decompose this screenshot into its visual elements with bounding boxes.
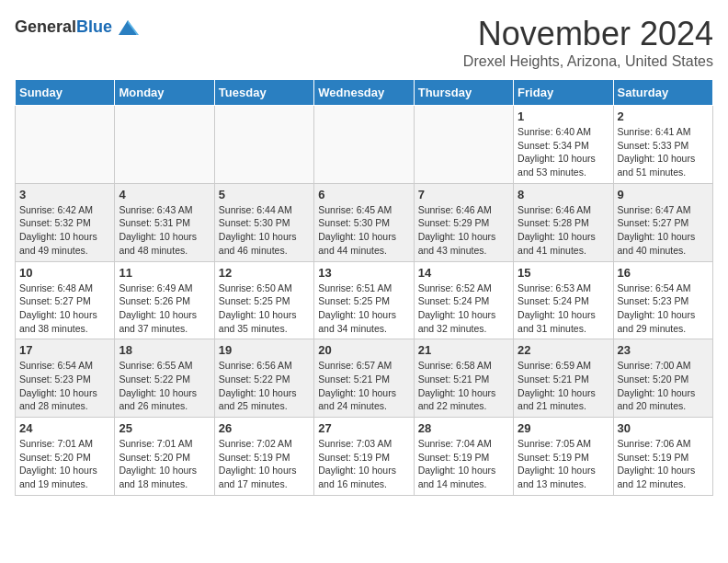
day-number: 28 (418, 421, 509, 435)
day-number: 7 (418, 188, 509, 201)
day-info: Sunrise: 6:43 AMSunset: 5:31 PMDaylight:… (119, 203, 210, 258)
day-info: Sunrise: 6:47 AMSunset: 5:27 PMDaylight:… (618, 203, 709, 258)
day-info: Sunrise: 7:01 AMSunset: 5:20 PMDaylight:… (119, 437, 210, 491)
calendar-cell: 27Sunrise: 7:03 AMSunset: 5:19 PMDayligh… (314, 418, 414, 496)
day-number: 15 (518, 266, 609, 280)
calendar-cell: 1Sunrise: 6:40 AMSunset: 5:34 PMDaylight… (514, 106, 613, 184)
calendar-cell: 13Sunrise: 6:51 AMSunset: 5:25 PMDayligh… (314, 261, 414, 339)
day-number: 23 (618, 343, 709, 357)
week-row-0: 1Sunrise: 6:40 AMSunset: 5:34 PMDaylight… (16, 106, 713, 184)
calendar-cell (214, 106, 313, 184)
day-number: 19 (219, 343, 310, 357)
day-number: 21 (418, 343, 509, 357)
calendar-cell: 28Sunrise: 7:04 AMSunset: 5:19 PMDayligh… (414, 418, 513, 496)
calendar-header-thursday: Thursday (414, 80, 513, 106)
calendar-cell (16, 106, 115, 184)
logo-general-text: General (15, 17, 76, 36)
calendar-cell: 20Sunrise: 6:57 AMSunset: 5:21 PMDayligh… (314, 339, 414, 418)
calendar-cell: 2Sunrise: 6:41 AMSunset: 5:33 PMDaylight… (613, 106, 712, 184)
calendar-cell: 19Sunrise: 6:56 AMSunset: 5:22 PMDayligh… (214, 339, 313, 418)
calendar-cell: 7Sunrise: 6:46 AMSunset: 5:29 PMDaylight… (414, 183, 513, 261)
day-info: Sunrise: 6:40 AMSunset: 5:34 PMDaylight:… (518, 125, 609, 179)
day-number: 8 (518, 188, 609, 201)
day-number: 14 (418, 266, 509, 280)
day-info: Sunrise: 6:41 AMSunset: 5:33 PMDaylight:… (618, 125, 709, 179)
day-number: 2 (618, 109, 709, 123)
day-info: Sunrise: 6:49 AMSunset: 5:26 PMDaylight:… (119, 282, 210, 336)
header-right: November 2024 Drexel Heights, Arizona, U… (463, 15, 713, 70)
day-info: Sunrise: 7:02 AMSunset: 5:19 PMDaylight:… (219, 437, 310, 491)
calendar-header-monday: Monday (115, 80, 214, 106)
week-row-3: 17Sunrise: 6:54 AMSunset: 5:23 PMDayligh… (16, 339, 713, 418)
calendar-cell (115, 106, 214, 184)
calendar-cell: 22Sunrise: 6:59 AMSunset: 5:21 PMDayligh… (514, 339, 613, 418)
day-number: 1 (518, 109, 609, 123)
calendar-cell: 5Sunrise: 6:44 AMSunset: 5:30 PMDaylight… (214, 183, 313, 261)
calendar-cell: 26Sunrise: 7:02 AMSunset: 5:19 PMDayligh… (214, 418, 313, 496)
calendar-cell: 15Sunrise: 6:53 AMSunset: 5:24 PMDayligh… (514, 261, 613, 339)
day-info: Sunrise: 7:06 AMSunset: 5:19 PMDaylight:… (618, 437, 709, 491)
day-info: Sunrise: 6:42 AMSunset: 5:32 PMDaylight:… (19, 203, 110, 258)
logo-blue-text: Blue (76, 17, 112, 36)
calendar-cell: 10Sunrise: 6:48 AMSunset: 5:27 PMDayligh… (16, 261, 115, 339)
calendar-header-friday: Friday (514, 80, 613, 106)
week-row-1: 3Sunrise: 6:42 AMSunset: 5:32 PMDaylight… (16, 183, 713, 261)
calendar-cell: 17Sunrise: 6:54 AMSunset: 5:23 PMDayligh… (16, 339, 115, 418)
day-number: 16 (618, 266, 709, 280)
day-info: Sunrise: 6:58 AMSunset: 5:21 PMDaylight:… (418, 359, 509, 413)
day-info: Sunrise: 6:56 AMSunset: 5:22 PMDaylight:… (219, 359, 310, 413)
calendar-cell (314, 106, 414, 184)
calendar-cell: 25Sunrise: 7:01 AMSunset: 5:20 PMDayligh… (115, 418, 214, 496)
header: GeneralBlue November 2024 Drexel Heights… (15, 15, 713, 70)
logo: GeneralBlue (15, 15, 141, 40)
day-number: 18 (119, 343, 210, 357)
day-info: Sunrise: 6:46 AMSunset: 5:29 PMDaylight:… (418, 203, 509, 258)
calendar-cell: 30Sunrise: 7:06 AMSunset: 5:19 PMDayligh… (613, 418, 712, 496)
calendar-header-saturday: Saturday (613, 80, 712, 106)
calendar-header-tuesday: Tuesday (214, 80, 313, 106)
day-number: 20 (318, 343, 409, 357)
calendar-header-row: SundayMondayTuesdayWednesdayThursdayFrid… (16, 80, 713, 106)
calendar-cell: 18Sunrise: 6:55 AMSunset: 5:22 PMDayligh… (115, 339, 214, 418)
week-row-2: 10Sunrise: 6:48 AMSunset: 5:27 PMDayligh… (16, 261, 713, 339)
calendar: SundayMondayTuesdayWednesdayThursdayFrid… (15, 79, 713, 496)
calendar-header-wednesday: Wednesday (314, 80, 414, 106)
day-number: 3 (19, 188, 110, 201)
calendar-cell: 3Sunrise: 6:42 AMSunset: 5:32 PMDaylight… (16, 183, 115, 261)
calendar-cell (414, 106, 513, 184)
day-number: 5 (219, 188, 310, 201)
day-info: Sunrise: 7:00 AMSunset: 5:20 PMDaylight:… (618, 359, 709, 413)
day-number: 25 (119, 421, 210, 435)
day-number: 9 (618, 188, 709, 201)
day-info: Sunrise: 7:03 AMSunset: 5:19 PMDaylight:… (318, 437, 409, 491)
calendar-cell: 16Sunrise: 6:54 AMSunset: 5:23 PMDayligh… (613, 261, 712, 339)
day-info: Sunrise: 6:54 AMSunset: 5:23 PMDaylight:… (618, 282, 709, 336)
day-info: Sunrise: 6:50 AMSunset: 5:25 PMDaylight:… (219, 282, 310, 336)
day-info: Sunrise: 6:52 AMSunset: 5:24 PMDaylight:… (418, 282, 509, 336)
day-info: Sunrise: 6:44 AMSunset: 5:30 PMDaylight:… (219, 203, 310, 258)
day-number: 27 (318, 421, 409, 435)
logo-icon (115, 15, 141, 40)
day-info: Sunrise: 6:51 AMSunset: 5:25 PMDaylight:… (318, 282, 409, 336)
week-row-4: 24Sunrise: 7:01 AMSunset: 5:20 PMDayligh… (16, 418, 713, 496)
day-number: 30 (618, 421, 709, 435)
day-number: 11 (119, 266, 210, 280)
day-number: 12 (219, 266, 310, 280)
day-number: 24 (19, 421, 110, 435)
location: Drexel Heights, Arizona, United States (463, 53, 713, 70)
calendar-cell: 24Sunrise: 7:01 AMSunset: 5:20 PMDayligh… (16, 418, 115, 496)
calendar-cell: 4Sunrise: 6:43 AMSunset: 5:31 PMDaylight… (115, 183, 214, 261)
day-number: 22 (518, 343, 609, 357)
calendar-cell: 9Sunrise: 6:47 AMSunset: 5:27 PMDaylight… (613, 183, 712, 261)
calendar-cell: 29Sunrise: 7:05 AMSunset: 5:19 PMDayligh… (514, 418, 613, 496)
day-info: Sunrise: 6:46 AMSunset: 5:28 PMDaylight:… (518, 203, 609, 258)
calendar-cell: 14Sunrise: 6:52 AMSunset: 5:24 PMDayligh… (414, 261, 513, 339)
day-number: 10 (19, 266, 110, 280)
day-info: Sunrise: 6:55 AMSunset: 5:22 PMDaylight:… (119, 359, 210, 413)
day-info: Sunrise: 6:54 AMSunset: 5:23 PMDaylight:… (19, 359, 110, 413)
page: GeneralBlue November 2024 Drexel Heights… (0, 0, 728, 511)
day-info: Sunrise: 6:59 AMSunset: 5:21 PMDaylight:… (518, 359, 609, 413)
calendar-cell: 6Sunrise: 6:45 AMSunset: 5:30 PMDaylight… (314, 183, 414, 261)
day-info: Sunrise: 7:04 AMSunset: 5:19 PMDaylight:… (418, 437, 509, 491)
month-title: November 2024 (463, 15, 713, 53)
